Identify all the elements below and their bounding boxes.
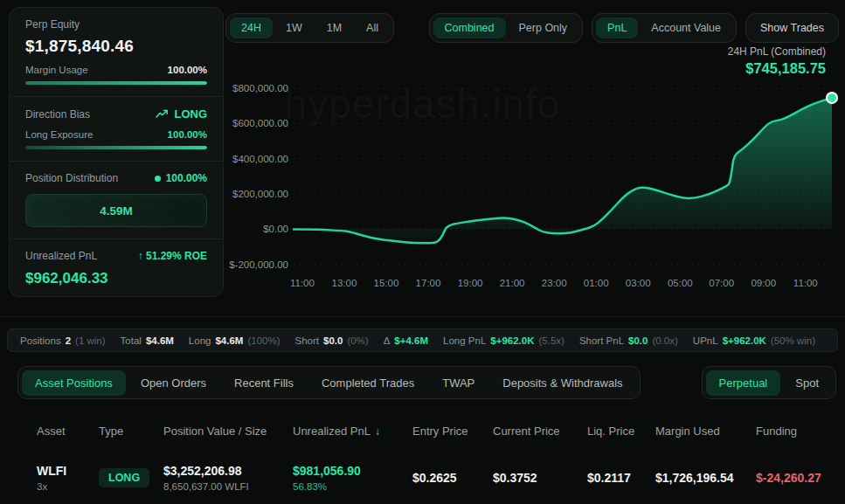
positions-table: AssetTypePosition Value / SizeUnrealized… [0,419,845,501]
x-tick-label: 21:00 [500,278,525,288]
summary-item: UPnL$+962.0K(50% win) [693,335,815,346]
summary-item-value: $0.0 [323,335,343,346]
x-tick-label: 07:00 [709,278,734,288]
perp-equity-section: Perp Equity $1,875,840.46 Margin Usage 1… [10,8,223,96]
summary-item-value: 2 [66,335,71,346]
column-header[interactable]: Unrealized PnL↓ [293,419,412,443]
x-tick-label: 11:00 [290,278,315,288]
column-header[interactable]: Position Value / Size [163,419,293,443]
summary-item-value: $+4.6M [394,335,428,346]
view-tab-pnl[interactable]: PnL [596,17,638,38]
range-tab-1m[interactable]: 1M [315,17,353,38]
y-tick-label: $400,000.00 [232,154,288,164]
row-unrealized-pnl-pct: 56.83% [293,481,412,492]
column-header[interactable]: Type [99,419,163,443]
asset-name: WLFI [37,464,99,478]
time-range-tabs: 24H1W1MAll [225,13,394,43]
perp-equity-label: Perp Equity [25,18,207,31]
distribution-box[interactable]: 4.59M [25,194,207,227]
column-header[interactable]: Asset [37,419,99,443]
y-tick-label: $-200,000.00 [229,259,288,270]
column-header[interactable]: Margin Used [655,419,756,443]
market-tab-perpetual[interactable]: Perpetual [706,370,781,396]
mode-tab-perp-only[interactable]: Perp Only [508,17,579,38]
x-tick-label: 17:00 [416,278,441,288]
tab-open-orders[interactable]: Open Orders [128,370,219,396]
summary-item: Long$4.6M(100%) [189,335,281,346]
x-tick-label: 13:00 [332,278,357,288]
summary-item: Δ$+4.6M [384,335,428,346]
tab-asset-positions[interactable]: Asset Positions [22,370,126,396]
summary-item-label: UPnL [693,335,718,346]
market-tabs: PerpetualSpot [702,366,836,399]
positions-section: hyperdash Positions2(1 win)Total$4.6MLon… [0,316,845,504]
entry-price: $0.2625 [412,471,493,485]
summary-item-label: Short PnL [579,335,624,346]
table-header-row: AssetTypePosition Value / SizeUnrealized… [37,419,836,443]
view-tabs: PnLAccount Value [592,13,737,43]
mode-tab-combined[interactable]: Combined [433,17,506,38]
unrealized-pnl-value: $962,046.33 [25,270,207,287]
direction-bias-value: LONG [174,107,207,121]
position-distribution-label: Position Distribution [25,172,118,184]
long-exposure-value: 100.00% [168,129,207,140]
range-tab-24h[interactable]: 24H [230,17,273,38]
perp-equity-value: $1,875,840.46 [25,37,207,56]
summary-item-label: Positions [20,335,61,346]
range-tab-1w[interactable]: 1W [274,17,314,38]
tab-recent-fills[interactable]: Recent Fills [221,370,307,396]
position-distribution-section: Position Distribution 100.00% 4.59M [10,162,223,238]
range-tab-all[interactable]: All [355,17,390,38]
roe-value: ↑ 51.29% ROE [138,250,207,262]
tab-deposits-withdrawals[interactable]: Deposits & Withdrawals [489,370,635,396]
margin-usage-label: Margin Usage [25,65,88,75]
chart-endpoint-dot [827,93,837,103]
y-axis: $800,000.00$600,000.00$400,000.00$200,00… [218,83,288,275]
unrealized-pnl-label: Unrealized PnL [25,250,97,262]
long-exposure-bar [25,146,207,149]
margin-usage-value: 100.00% [168,65,207,75]
liq-price: $0.2117 [587,471,655,485]
y-tick-label: $800,000.00 [232,83,288,93]
summary-item-label: Total [121,335,142,346]
summary-item-extra: (50% win) [771,335,815,346]
row-unrealized-pnl: $981,056.90 [293,464,412,478]
summary-item-label: Short [295,335,320,346]
summary-item-label: Δ [384,335,391,346]
column-header[interactable]: Liq. Price [587,419,655,443]
summary-item-label: Long PnL [443,335,486,346]
y-tick-label: $0.00 [263,224,288,234]
direction-bias-label: Direction Bias [25,108,90,121]
position-size: 8,650,637.00 WLFI [163,481,293,492]
sort-desc-icon: ↓ [375,425,380,438]
x-tick-label: 23:00 [542,278,567,288]
column-header[interactable]: Entry Price [412,419,493,443]
x-tick-label: 03:00 [626,278,651,288]
table-row[interactable]: WLFI 3x LONG $3,252,206.98 8,650,637.00 … [37,455,836,501]
show-trades-button[interactable]: Show Trades [745,13,839,43]
x-tick-label: 15:00 [374,278,399,288]
green-dot-icon [155,176,161,182]
tab-completed-trades[interactable]: Completed Trades [308,370,427,396]
chart-header: 24H PnL (Combined) $745,185.75 [728,45,826,77]
x-tick-label: 05:00 [668,278,693,288]
x-tick-label: 09:00 [751,278,776,288]
summary-item-value: $+962.0K [723,335,766,346]
summary-item-extra: (0%) [347,335,368,346]
margin-usage-bar [25,81,207,85]
funding-value: $-24,260.27 [756,471,836,485]
summary-item: Positions2(1 win) [20,335,106,346]
market-tab-spot[interactable]: Spot [782,370,832,396]
tab-twap[interactable]: TWAP [429,370,488,396]
positions-tabs: Asset PositionsOpen OrdersRecent FillsCo… [17,366,641,399]
column-header[interactable]: Current Price [493,419,587,443]
chart-pnl-value: $745,185.75 [728,60,826,77]
pnl-chart[interactable] [294,83,832,275]
position-distribution-value: 100.00% [166,172,207,184]
view-tab-account-value[interactable]: Account Value [640,17,732,38]
mode-tabs: CombinedPerp Only [429,13,584,43]
position-type-badge: LONG [99,468,149,487]
summary-item: Short$0.0(0%) [295,335,369,346]
column-header[interactable]: Funding [756,419,836,443]
position-value: $3,252,206.98 [163,464,293,478]
